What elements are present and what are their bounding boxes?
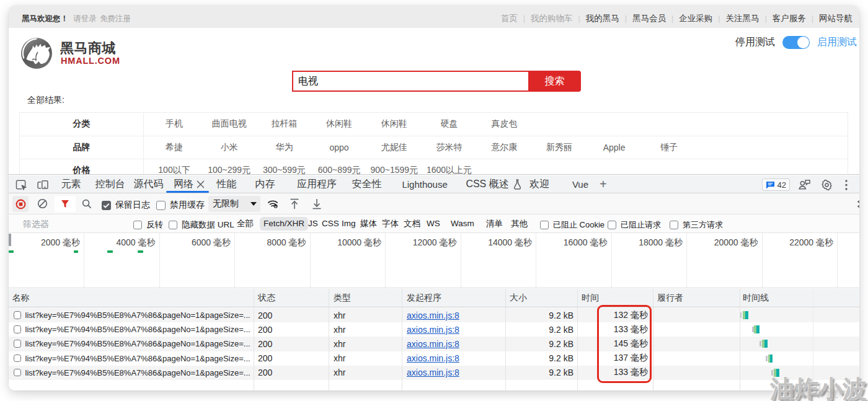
login-link[interactable]: 请登录 xyxy=(73,14,97,24)
filter-option[interactable]: 休闲鞋 xyxy=(381,113,407,136)
type-filter-WS[interactable]: WS xyxy=(427,217,440,231)
row-checkbox[interactable] xyxy=(14,311,22,319)
filter-option[interactable]: 曲面电视 xyxy=(212,113,247,136)
row-checkbox[interactable] xyxy=(14,369,22,377)
filter-option[interactable]: 拉杆箱 xyxy=(271,113,297,136)
disable-cache-option[interactable]: 禁用缓存 xyxy=(156,200,205,211)
initiator-link[interactable]: axios.min.js:8 xyxy=(407,353,459,363)
devtools-tab-控制台[interactable]: 控制台 xyxy=(95,175,125,193)
search-network-icon[interactable] xyxy=(82,199,92,209)
checkbox-unchecked[interactable] xyxy=(133,221,142,229)
checkbox-unchecked[interactable] xyxy=(608,221,616,229)
filter-option[interactable]: 尤妮佳 xyxy=(381,136,407,159)
waterfall-bar[interactable] xyxy=(768,355,773,363)
column-header-发起程序[interactable]: 发起程序 xyxy=(407,289,441,307)
column-divider[interactable] xyxy=(329,289,329,390)
column-header-状态[interactable]: 状态 xyxy=(258,289,275,307)
type-filter-文档[interactable]: 文档 xyxy=(404,217,420,231)
column-divider[interactable] xyxy=(505,289,506,390)
hmall-logo[interactable] xyxy=(19,35,54,70)
devtools-tab-内存[interactable]: 内存 xyxy=(255,175,275,193)
devtools-tab-CSS 概述[interactable]: CSS 概述 xyxy=(466,175,521,193)
close-tab-icon[interactable] xyxy=(197,180,205,188)
filter-option[interactable]: 意尔康 xyxy=(491,136,517,159)
topnav-首页[interactable]: 首页 xyxy=(501,13,518,24)
toolbar-overflow-icon[interactable] xyxy=(857,199,859,209)
topnav-关注黑马[interactable]: 关注黑马 xyxy=(726,13,760,24)
filter-option[interactable]: 华为 xyxy=(275,136,293,159)
filter-option[interactable]: oppo xyxy=(330,136,349,159)
column-header-时间[interactable]: 时间 xyxy=(582,289,599,307)
request-row[interactable]: list?key=%E7%94%B5%E8%A7%86&pageNo=1&pag… xyxy=(9,366,859,380)
preserve-log-option[interactable]: 保留日志 xyxy=(102,200,150,211)
import-har-icon[interactable] xyxy=(290,198,299,209)
device-toolbar-icon[interactable] xyxy=(35,177,50,192)
column-divider[interactable] xyxy=(254,289,254,390)
filter-option[interactable]: 真皮包 xyxy=(491,113,517,136)
hide-data-urls-option[interactable]: 隐藏数据 URL xyxy=(169,219,234,231)
request-row[interactable]: list?key=%E7%94%B5%E8%A7%86&pageNo=1&pag… xyxy=(9,337,859,351)
checkbox-unchecked[interactable] xyxy=(670,221,678,229)
filter-toggle-button[interactable] xyxy=(55,196,76,212)
throttling-select[interactable]: 无限制 xyxy=(208,196,260,212)
type-filter-Img[interactable]: Img xyxy=(342,217,356,231)
network-conditions-icon[interactable] xyxy=(267,198,279,209)
blocked-cookies-option[interactable]: 已阻止 Cookie xyxy=(540,219,604,231)
request-row[interactable]: list?key=%E7%94%B5%E8%A7%86&pageNo=1&pag… xyxy=(9,322,859,337)
column-divider[interactable] xyxy=(740,289,740,390)
topnav-我的购物车[interactable]: 我的购物车 xyxy=(531,13,573,24)
filter-option[interactable]: 小米 xyxy=(221,136,238,159)
test-toggle-switch[interactable] xyxy=(782,36,810,49)
type-filter-CSS[interactable]: CSS xyxy=(322,217,339,231)
devtools-tab-性能[interactable]: 性能 xyxy=(216,175,236,193)
devtools-tab-元素[interactable]: 元素 xyxy=(61,175,81,193)
request-row[interactable]: list?key=%E7%94%B5%E8%A7%86&pageNo=1&pag… xyxy=(9,308,859,322)
waterfall-bar[interactable] xyxy=(754,325,760,333)
filter-input[interactable]: 筛选器 xyxy=(23,219,49,230)
column-header-大小[interactable]: 大小 xyxy=(510,289,527,307)
console-messages-badge[interactable]: 42 xyxy=(762,178,790,191)
request-row[interactable]: list?key=%E7%94%B5%E8%A7%86&pageNo=1&pag… xyxy=(9,351,859,366)
column-divider[interactable] xyxy=(577,289,578,390)
type-filter-JS[interactable]: JS xyxy=(308,217,318,231)
devtools-tab-应用程序[interactable]: 应用程序 xyxy=(297,175,337,193)
checkbox-unchecked[interactable] xyxy=(169,221,177,229)
column-header-履行者[interactable]: 履行者 xyxy=(657,289,683,307)
type-filter-清单[interactable]: 清单 xyxy=(486,217,503,231)
export-har-icon[interactable] xyxy=(312,198,322,209)
filter-option[interactable]: 硬盘 xyxy=(441,113,458,136)
type-filter-其他[interactable]: 其他 xyxy=(511,217,528,231)
more-tabs-button[interactable]: + xyxy=(600,175,607,193)
type-filter-全部[interactable]: 全部 xyxy=(237,217,254,231)
filter-option[interactable]: 莎米特 xyxy=(436,136,463,159)
row-checkbox[interactable] xyxy=(14,355,22,363)
waterfall-bar[interactable] xyxy=(743,311,748,319)
column-header-类型[interactable]: 类型 xyxy=(334,289,351,307)
topnav-黑马会员[interactable]: 黑马会员 xyxy=(632,13,666,24)
initiator-link[interactable]: axios.min.js:8 xyxy=(407,339,459,349)
checkbox-checked[interactable] xyxy=(102,201,111,210)
topnav-我的黑马[interactable]: 我的黑马 xyxy=(586,13,619,24)
filter-option[interactable]: 希捷 xyxy=(166,136,183,159)
row-checkbox[interactable] xyxy=(14,325,22,333)
clear-button[interactable] xyxy=(37,198,48,209)
devtools-tab-安全性[interactable]: 安全性 xyxy=(352,175,382,193)
invert-filter-option[interactable]: 反转 xyxy=(133,219,163,231)
search-input[interactable] xyxy=(292,71,528,92)
devtools-tab-Vue[interactable]: Vue xyxy=(572,175,588,193)
more-options-icon[interactable] xyxy=(845,180,848,190)
waterfall-bar[interactable] xyxy=(762,340,768,348)
devtools-tab-源代码[interactable]: 源代码 xyxy=(133,175,163,193)
filter-option[interactable]: 锤子 xyxy=(660,136,678,159)
blocked-requests-option[interactable]: 已阻止请求 xyxy=(608,219,661,231)
issues-people-icon[interactable] xyxy=(798,179,810,190)
initiator-link[interactable]: axios.min.js:8 xyxy=(407,325,459,335)
filter-option[interactable]: 新秀丽 xyxy=(546,136,572,159)
topnav-企业采购[interactable]: 企业采购 xyxy=(679,13,712,24)
column-divider[interactable] xyxy=(402,289,402,390)
column-header-时间线[interactable]: 时间线 xyxy=(743,289,769,307)
third-party-option[interactable]: 第三方请求 xyxy=(670,219,723,231)
filter-option[interactable]: Apple xyxy=(603,136,626,159)
type-filter-Wasm[interactable]: Wasm xyxy=(451,217,474,231)
filter-option[interactable]: 手机 xyxy=(166,113,183,136)
